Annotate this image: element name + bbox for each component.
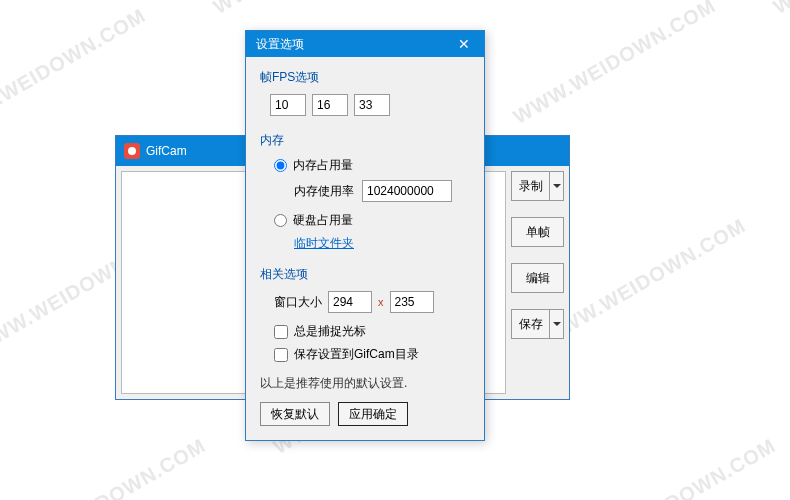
save-checkbox[interactable]	[274, 348, 288, 362]
memory-radio-mem-label: 内存占用量	[293, 157, 353, 174]
related-section-label: 相关选项	[260, 266, 470, 283]
window-height-input[interactable]	[390, 291, 434, 313]
memory-radio-mem-input[interactable]	[274, 159, 287, 172]
close-button[interactable]: ✕	[444, 31, 484, 57]
fps-input-2[interactable]	[312, 94, 348, 116]
fps-row	[270, 94, 470, 116]
temp-folder-link[interactable]: 临时文件夹	[294, 235, 354, 252]
footer-note: 以上是推荐使用的默认设置.	[260, 375, 470, 392]
watermark: WWW.WEIDOWN.COM	[770, 0, 790, 19]
settings-body: 帧FPS选项 内存 内存占用量 内存使用率 硬盘占用量 临时文件夹 相关选项	[246, 57, 484, 440]
fps-section-label: 帧FPS选项	[260, 69, 470, 86]
record-dropdown-icon[interactable]	[549, 172, 563, 200]
cursor-checkbox[interactable]	[274, 325, 288, 339]
edit-button[interactable]: 编辑	[511, 263, 564, 293]
memory-usage-label: 内存使用率	[294, 183, 354, 200]
watermark: WWW.WEIDOWN.COM	[540, 214, 750, 349]
memory-radio-disk[interactable]: 硬盘占用量	[274, 212, 470, 229]
size-separator: x	[378, 296, 384, 308]
restore-defaults-button[interactable]: 恢复默认	[260, 402, 330, 426]
settings-dialog: 设置选项 ✕ 帧FPS选项 内存 内存占用量 内存使用率 硬盘占用量 临时文件夹	[245, 30, 485, 441]
dialog-button-row: 恢复默认 应用确定	[260, 402, 470, 426]
memory-radio-mem[interactable]: 内存占用量	[274, 157, 470, 174]
apply-ok-button[interactable]: 应用确定	[338, 402, 408, 426]
memory-usage-row: 内存使用率	[294, 180, 470, 202]
save-button[interactable]: 保存	[511, 309, 564, 339]
memory-section-label: 内存	[260, 132, 470, 149]
record-label: 录制	[519, 178, 543, 195]
save-label: 保存	[519, 316, 543, 333]
save-dropdown-icon[interactable]	[549, 310, 563, 338]
settings-titlebar[interactable]: 设置选项 ✕	[246, 31, 484, 57]
gifcam-sidebar: 录制 单帧 编辑 保存	[511, 166, 569, 399]
watermark: WWW.WEIDOWN.COM	[510, 0, 720, 129]
gifcam-title: GifCam	[146, 144, 187, 158]
gifcam-app-icon	[124, 143, 140, 159]
edit-label: 编辑	[526, 270, 550, 287]
window-size-label: 窗口大小	[274, 294, 322, 311]
cursor-checkbox-label: 总是捕捉光标	[294, 323, 366, 340]
fps-input-3[interactable]	[354, 94, 390, 116]
watermark: WWW.WEIDOWN.COM	[0, 434, 210, 500]
memory-group: 内存占用量 内存使用率 硬盘占用量 临时文件夹	[274, 157, 470, 252]
watermark: WWW.WEIDOWN.COM	[0, 4, 150, 139]
memory-usage-input[interactable]	[362, 180, 452, 202]
memory-radio-disk-label: 硬盘占用量	[293, 212, 353, 229]
watermark: WWW.WEIDOWN.COM	[570, 434, 780, 500]
memory-radio-disk-input[interactable]	[274, 214, 287, 227]
record-button[interactable]: 录制	[511, 171, 564, 201]
related-group: 窗口大小 x 总是捕捉光标 保存设置到GifCam目录	[274, 291, 470, 363]
settings-title: 设置选项	[256, 36, 304, 53]
frame-button[interactable]: 单帧	[511, 217, 564, 247]
cursor-checkbox-row[interactable]: 总是捕捉光标	[274, 323, 470, 340]
watermark: WWW.WEIDOWN.COM	[210, 0, 420, 19]
save-checkbox-row[interactable]: 保存设置到GifCam目录	[274, 346, 470, 363]
window-width-input[interactable]	[328, 291, 372, 313]
frame-label: 单帧	[526, 224, 550, 241]
fps-input-1[interactable]	[270, 94, 306, 116]
window-size-row: 窗口大小 x	[274, 291, 470, 313]
save-checkbox-label: 保存设置到GifCam目录	[294, 346, 419, 363]
